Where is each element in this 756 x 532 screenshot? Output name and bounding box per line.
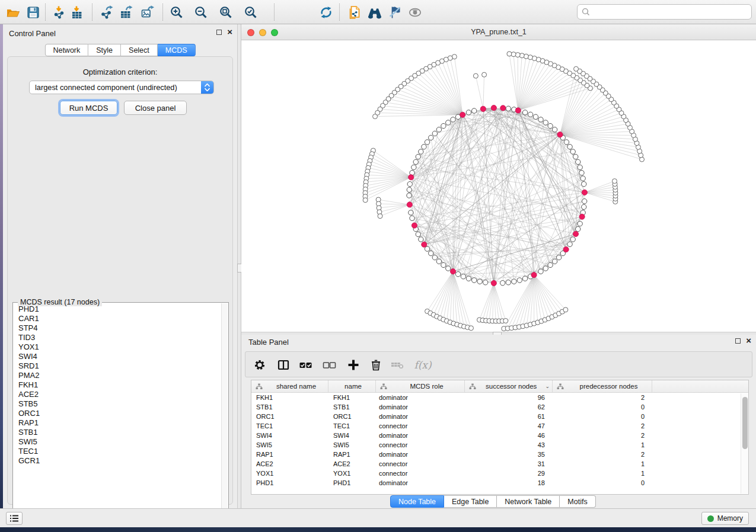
ring-node[interactable] <box>517 278 522 283</box>
table-row[interactable]: PHD1PHD1dominator180 <box>251 478 748 488</box>
ring-node[interactable] <box>538 269 543 274</box>
ring-node[interactable] <box>412 165 416 169</box>
ring-node[interactable] <box>407 181 412 186</box>
search-input[interactable] <box>591 6 748 18</box>
ring-node[interactable] <box>548 262 553 267</box>
mcds-result-item[interactable]: SRD1 <box>14 361 220 371</box>
table-row[interactable]: STB1STB1dominator620 <box>251 402 748 412</box>
search-field[interactable] <box>577 4 752 20</box>
ring-node[interactable] <box>436 127 441 132</box>
add-column-plus-icon[interactable] <box>346 358 361 372</box>
ring-node[interactable] <box>451 117 455 122</box>
ring-node[interactable] <box>506 280 511 285</box>
ring-node[interactable] <box>441 123 446 128</box>
ring-node[interactable] <box>579 170 584 175</box>
ring-node[interactable] <box>422 145 426 149</box>
ring-node[interactable] <box>407 193 412 198</box>
ring-node[interactable] <box>446 120 451 125</box>
satellite-node[interactable] <box>524 54 528 59</box>
mcds-result-item[interactable]: YOX1 <box>14 342 220 352</box>
mcds-result-item[interactable]: RAP1 <box>14 418 220 428</box>
ring-node[interactable] <box>506 106 511 111</box>
ring-node[interactable] <box>570 237 575 242</box>
ring-node[interactable] <box>419 149 423 154</box>
network-graph[interactable] <box>241 40 756 332</box>
mcds-result-item[interactable]: ACE2 <box>14 390 220 399</box>
satellite-node[interactable] <box>468 326 473 331</box>
export-table-icon[interactable] <box>118 4 135 21</box>
ring-node[interactable] <box>455 272 460 277</box>
column-header-successor-nodes[interactable]: successor nodes⌄ <box>465 380 553 392</box>
mcds-result-item[interactable]: PMA2 <box>14 371 220 380</box>
ring-node[interactable] <box>567 242 572 246</box>
ring-node[interactable] <box>582 198 586 203</box>
tab-edge-table[interactable]: Edge Table <box>444 495 497 508</box>
ring-node[interactable] <box>432 255 437 259</box>
ring-node[interactable] <box>416 232 420 236</box>
mcds-result-item[interactable]: GCR1 <box>14 456 220 466</box>
ring-node[interactable] <box>461 274 465 279</box>
ring-node[interactable] <box>580 176 585 181</box>
ring-node[interactable] <box>543 266 548 271</box>
import-network-icon[interactable] <box>51 4 68 21</box>
window-zoom-traffic-light[interactable] <box>271 29 278 36</box>
ring-node[interactable] <box>576 226 580 231</box>
table-scrollbar[interactable] <box>741 393 748 493</box>
float-table-panel-icon[interactable] <box>735 338 741 344</box>
column-header-shared-name[interactable]: shared name <box>251 380 328 392</box>
network-document-icon[interactable] <box>346 4 363 21</box>
mcds-hub-node[interactable] <box>480 106 486 111</box>
ring-node[interactable] <box>552 259 557 264</box>
satellite-node[interactable] <box>482 72 487 77</box>
satellite-node[interactable] <box>503 318 508 323</box>
ring-node[interactable] <box>578 221 582 226</box>
table-columns-icon[interactable] <box>276 358 291 372</box>
mcds-hub-node[interactable] <box>515 108 521 113</box>
show-eye-icon[interactable] <box>407 4 423 21</box>
ring-node[interactable] <box>432 131 437 136</box>
ring-node[interactable] <box>446 266 451 271</box>
ring-node[interactable] <box>407 187 412 192</box>
mcds-hub-node[interactable] <box>563 247 569 252</box>
ring-node[interactable] <box>582 181 586 186</box>
mcds-result-item[interactable]: STB5 <box>14 399 220 409</box>
ring-node[interactable] <box>533 114 538 119</box>
mcds-result-item[interactable]: SWI5 <box>14 437 220 447</box>
optimization-criterion-dropdown[interactable]: largest connected component (undirected) <box>29 81 214 94</box>
column-header-predecessor-nodes[interactable]: predecessor nodes <box>553 380 652 392</box>
mcds-hub-node[interactable] <box>409 175 414 180</box>
table-row[interactable]: YOX1YOX1connector291 <box>251 469 748 478</box>
ring-node[interactable] <box>429 251 433 255</box>
zoom-selected-icon[interactable] <box>243 4 259 21</box>
mcds-hub-node[interactable] <box>491 105 496 110</box>
delete-trash-icon[interactable] <box>369 358 383 372</box>
satellite-node[interactable] <box>574 66 579 71</box>
mcds-hub-node[interactable] <box>407 202 412 207</box>
ring-node[interactable] <box>466 276 471 281</box>
ring-node[interactable] <box>556 255 561 259</box>
table-row[interactable]: ORC1ORC1dominator610 <box>251 412 748 421</box>
mcds-hub-node[interactable] <box>491 280 496 286</box>
satellite-node[interactable] <box>563 307 568 312</box>
mcds-list-scrollbar[interactable] <box>221 303 228 519</box>
satellite-node[interactable] <box>473 73 478 78</box>
ring-node[interactable] <box>429 135 433 140</box>
ring-node[interactable] <box>483 280 487 285</box>
close-panel-icon[interactable]: × <box>227 29 232 35</box>
tab-node-table[interactable]: Node Table <box>390 495 444 508</box>
ring-node[interactable] <box>538 117 543 122</box>
table-row[interactable]: RAP1RAP1dominator352 <box>251 450 748 459</box>
ring-node[interactable] <box>570 149 575 154</box>
close-panel-button[interactable]: Close panel <box>124 101 187 115</box>
tab-style[interactable]: Style <box>88 44 121 56</box>
mcds-hub-node[interactable] <box>450 269 455 274</box>
mcds-hub-node[interactable] <box>531 273 537 278</box>
search-binoculars-icon[interactable] <box>366 4 383 21</box>
ring-node[interactable] <box>410 216 414 220</box>
ring-node[interactable] <box>512 279 516 284</box>
table-settings-gear-icon[interactable] <box>253 358 267 372</box>
ring-node[interactable] <box>436 259 441 264</box>
tab-network[interactable]: Network <box>44 44 88 56</box>
mcds-hub-node[interactable] <box>500 105 506 111</box>
ring-node[interactable] <box>528 112 532 117</box>
